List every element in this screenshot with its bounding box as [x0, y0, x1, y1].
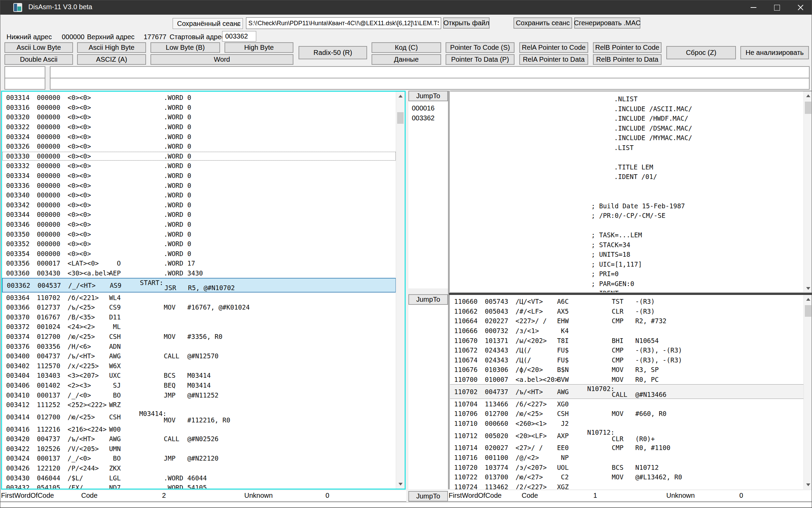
- mode-button-ascii-high-byte[interactable]: Ascii High Byte: [77, 42, 146, 53]
- scroll-down-icon[interactable]: [804, 284, 812, 293]
- listing-row-003372[interactable]: 003372001024<24><2>ML: [2, 322, 396, 332]
- listing-row-110664[interactable]: 110664020227<227>/ /EHWCMPR2, #732: [450, 316, 804, 326]
- listing-row-003400[interactable]: 003400004737/ъ/<HT>AWGCALL@#N12570: [2, 351, 396, 361]
- mode-button-low-byte[interactable]: Low Byte (B): [150, 42, 220, 53]
- listing-row-110720[interactable]: 110720103774/э/<207>UOLBCSN10712: [450, 462, 804, 472]
- mode-button-code[interactable]: Код (С): [372, 42, 441, 53]
- maximize-button[interactable]: [765, 0, 789, 15]
- listing-row-003362[interactable]: 003362004537/_/<HT>AS9START:JSRR5, @#N10…: [2, 278, 396, 293]
- scroll-down-icon[interactable]: [396, 480, 405, 489]
- mode-button-rela-pointer-to-code[interactable]: RelA Pointer to Code: [519, 42, 588, 53]
- bottom-scrollbar[interactable]: [803, 295, 812, 489]
- listing-row-003340[interactable]: 003340000000<0><0>.WORD0: [2, 190, 396, 200]
- scrollbar-thumb[interactable]: [805, 305, 811, 317]
- listing-row-110712[interactable]: 110712005020<20><LF>AXPN10712:CLR(R0)+: [450, 428, 804, 443]
- listing-row-003426[interactable]: 003426122120/P/<244>ZKX: [2, 463, 396, 473]
- listing-row-003412[interactable]: 003412111252<252><222>WRZ: [2, 400, 396, 410]
- listing-row-003346[interactable]: 003346000000<0><0>.WORD0: [2, 220, 396, 229]
- mode-button-relb-pointer-to-data[interactable]: RelB Pointer to Data: [593, 54, 662, 65]
- listing-row-003410[interactable]: 003410000137/_/<0>BOJMP@#N11252: [2, 390, 396, 400]
- listing-row-003320[interactable]: 003320000000<0><0>.WORD0: [2, 112, 396, 122]
- listing-row-110702[interactable]: 110702004737/ъ/<HT>AWGN10702:CALL@#N1346…: [450, 384, 804, 399]
- listing-row-003404[interactable]: 003404103403<3><207>UXCBCSM03414: [2, 371, 396, 380]
- listing-row-003420[interactable]: 003420004737/ъ/<HT>AWGCALL@#N02526: [2, 434, 396, 444]
- listing-row-003432[interactable]: 003432054105/EX/ND7.WORD54105: [2, 483, 396, 489]
- listing-row-110676[interactable]: 110676010306/ф/<20>B$NMOVR3, SP: [450, 365, 804, 375]
- listing-row-003370[interactable]: 003370016767/В/<35>D11: [2, 312, 396, 322]
- listing-row-003350[interactable]: 003350000000<0><0>.WORD0: [2, 229, 396, 239]
- jumpto-button-middle[interactable]: JumpTo: [408, 294, 448, 305]
- mode-button-radix-50[interactable]: Radix-50 (R): [299, 46, 367, 59]
- minimize-button[interactable]: [742, 0, 765, 15]
- listing-row-110724[interactable]: 110724113462/2/<227>XGZ: [450, 482, 804, 490]
- mode-button-ascii-low-byte[interactable]: Ascii Low Byte: [4, 42, 73, 53]
- mode-button-high-byte[interactable]: High Byte: [224, 42, 293, 53]
- listing-row-110722[interactable]: 110722013700/ю/<27>C2MOV@#L13462, R0: [450, 472, 804, 482]
- listing-row-003422[interactable]: 003422102526/V/<205>UMN: [2, 444, 396, 454]
- jumpto-button-top[interactable]: JumpTo: [408, 91, 448, 101]
- listing-row-110660[interactable]: 110660005743/Ц/<VT>A6CTST-(R3): [450, 297, 804, 307]
- listing-row-003314[interactable]: 003314000000<0><0>.WORD0: [2, 93, 396, 103]
- start-address-input[interactable]: [222, 31, 256, 42]
- mode-button-asciz[interactable]: ASCIZ (A): [77, 54, 146, 65]
- listing-row-110704[interactable]: 110704113466/6/<227>XG0: [450, 399, 804, 409]
- scrollbar-thumb[interactable]: [805, 102, 811, 114]
- file-path-input[interactable]: [246, 17, 441, 29]
- listing-row-003336[interactable]: 003336000000<0><0>.WORD0: [2, 180, 396, 190]
- listing-row-110662[interactable]: 110662005043/#/<LF>AX5CLR-(R3): [450, 307, 804, 316]
- listing-row-003366[interactable]: 003366012737/ъ/<25>CS9MOV#16767, @#K0102…: [2, 302, 396, 312]
- listing-row-110670[interactable]: 110670101371/ы/<202>T8IBHIN10654: [450, 335, 804, 345]
- listing-row-110700[interactable]: 110700010007<a.bel><20>BVWMOVR0, PC: [450, 375, 804, 385]
- mode-button-word[interactable]: Word: [150, 54, 293, 65]
- listing-row-003356[interactable]: 003356000017<LAT><0>O.WORD17: [2, 258, 396, 268]
- open-file-button[interactable]: Открыть файл: [443, 17, 490, 29]
- session-dropdown[interactable]: Сохранённый сеанс: [173, 18, 243, 29]
- close-button[interactable]: [789, 0, 812, 15]
- scrollbar-thumb[interactable]: [397, 112, 404, 124]
- generate-mac-button[interactable]: Сгенерировать .MAC: [574, 17, 640, 29]
- listing-row-003376[interactable]: 003376003356/Н/<6>ADN: [2, 341, 396, 351]
- jumpto-button-bottom[interactable]: JumpTo: [408, 491, 448, 502]
- mode-button-no-analyze[interactable]: Не анализировать: [740, 46, 809, 59]
- jumpto-item[interactable]: 000016: [408, 103, 448, 113]
- listing-row-003430[interactable]: 003430046044/$L/LGL.WORD46044: [2, 473, 396, 483]
- listing-row-003352[interactable]: 003352000000<0><0>.WORD0: [2, 239, 396, 249]
- listing-row-110716[interactable]: 110716001100/@/<2>NP: [450, 453, 804, 463]
- mode-button-relb-pointer-to-code[interactable]: RelB Pointer to Code: [593, 42, 662, 53]
- mode-button-rela-pointer-to-data[interactable]: RelA Pointer to Data: [519, 54, 588, 65]
- listing-row-003406[interactable]: 003406001402<2><3>SJBEQM03414: [2, 380, 396, 390]
- listing-row-003374[interactable]: 003374012700/ю/<25>CSHMOV#3356, R0: [2, 332, 396, 342]
- listing-row-003316[interactable]: 003316000000<0><0>.WORD0: [2, 103, 396, 113]
- listing-row-003334[interactable]: 003334000000<0><0>.WORD0: [2, 171, 396, 181]
- left-scrollbar[interactable]: [396, 92, 405, 489]
- mode-button-double-ascii[interactable]: Double Ascii: [4, 54, 73, 65]
- listing-row-003344[interactable]: 003344000000<0><0>.WORD0: [2, 210, 396, 220]
- save-session-button[interactable]: Сохранить сеанс: [513, 17, 572, 29]
- listing-row-003322[interactable]: 003322000000<0><0>.WORD0: [2, 122, 396, 132]
- listing-row-003324[interactable]: 003324000000<0><0>.WORD0: [2, 132, 396, 141]
- jumpto-item[interactable]: 003362: [408, 113, 448, 123]
- listing-row-110666[interactable]: 110666000732/з/<1>K4: [450, 326, 804, 336]
- listing-row-110674[interactable]: 110674024343/Ц(/FU$CMP-(R3), -(R3): [450, 355, 804, 365]
- listing-row-110710[interactable]: 110710000660<260><1>J2: [450, 419, 804, 429]
- mode-button-pointer-to-code[interactable]: Pointer To Code (S): [446, 42, 514, 53]
- scroll-down-icon[interactable]: [804, 480, 812, 489]
- listing-row-003364[interactable]: 003364110702/б/<221>WL4: [2, 293, 396, 302]
- listing-row-003330[interactable]: 003330000000<0><0>.WORD0: [2, 151, 396, 161]
- listing-row-110714[interactable]: 110714020027<27>/ /EE0CMPR0, #1100: [450, 443, 804, 453]
- listing-row-003354[interactable]: 003354000000<0><0>.WORD0: [2, 249, 396, 259]
- source-scrollbar[interactable]: [803, 91, 812, 293]
- listing-row-003342[interactable]: 003342000000<0><0>.WORD0: [2, 200, 396, 210]
- listing-row-110672[interactable]: 110672024343/Ц(/FU$CMP-(R3), -(R3): [450, 345, 804, 355]
- listing-row-003332[interactable]: 003332000000<0><0>.WORD0: [2, 161, 396, 171]
- listing-row-110706[interactable]: 110706012700/ю/<25>CSHMOV#660, R0: [450, 409, 804, 419]
- listing-row-003416[interactable]: 003416112216<216><224>W00: [2, 424, 396, 434]
- scroll-up-icon[interactable]: [396, 92, 405, 101]
- listing-row-003424[interactable]: 003424000137/_/<0>BOJMP@#N22120: [2, 453, 396, 463]
- listing-row-003326[interactable]: 003326000000<0><0>.WORD0: [2, 141, 396, 151]
- listing-row-003414[interactable]: 003414012700/ю/<25>CSHM03414:MOV#112216,…: [2, 409, 396, 424]
- mode-button-data[interactable]: Данные: [372, 54, 441, 65]
- listing-row-003402[interactable]: 003402112570/х/<225>W6X: [2, 361, 396, 371]
- mode-button-pointer-to-data[interactable]: Pointer To Data (P): [446, 54, 514, 65]
- listing-row-003360[interactable]: 003360003430<30><a.bel>AEP.WORD3430: [2, 268, 396, 278]
